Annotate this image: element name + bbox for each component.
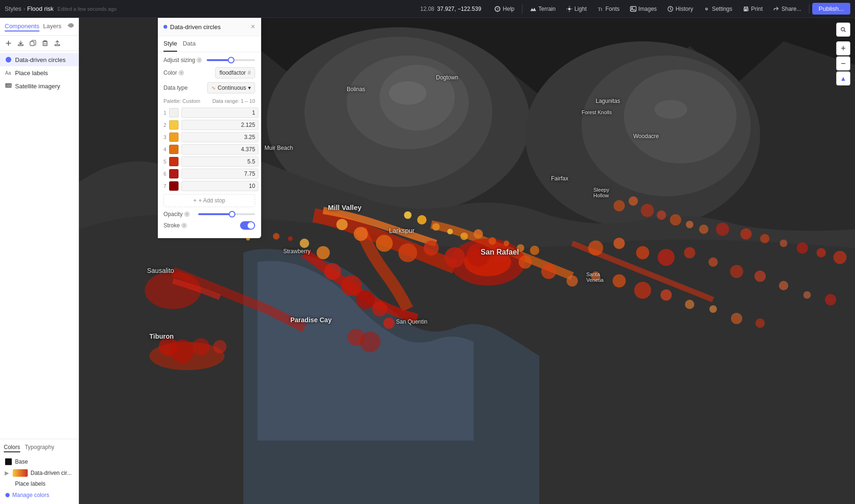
bottom-tab-typography[interactable]: Typography — [25, 443, 54, 452]
breadcrumb-edited: Edited a few seconds ago — [57, 6, 117, 12]
share-button[interactable]: Share... — [768, 4, 806, 14]
opacity-info-icon[interactable]: ? — [184, 211, 190, 217]
color-entry-data-driven[interactable]: ▶ Data-driven cir... — [4, 467, 75, 479]
breadcrumb-parent[interactable]: Styles — [5, 5, 21, 12]
stop-swatch-5[interactable] — [169, 157, 179, 166]
svg-point-101 — [213, 340, 226, 353]
color-field[interactable]: floodfactor # — [215, 67, 255, 78]
map-area[interactable]: Bolinas Dogtown Lagunitas Forest Knolls … — [79, 18, 855, 504]
opacity-slider[interactable] — [198, 213, 255, 215]
fonts-icon: Tt — [597, 6, 604, 12]
color-value: floodfactor — [219, 70, 246, 76]
light-button[interactable]: Light — [561, 4, 591, 14]
upload-button[interactable] — [53, 39, 62, 48]
svg-point-80 — [489, 237, 496, 245]
delete-button[interactable] — [40, 39, 50, 48]
layer-item-data-driven-circles[interactable]: Data-driven circles — [0, 53, 78, 66]
svg-text:Tt: Tt — [598, 7, 602, 12]
panel-close-button[interactable]: × — [251, 23, 255, 31]
svg-point-41 — [424, 240, 439, 256]
duplicate-button[interactable] — [28, 39, 38, 48]
terrain-button[interactable]: Terrain — [525, 4, 560, 14]
svg-point-69 — [730, 265, 743, 278]
settings-button[interactable]: Settings — [699, 4, 737, 14]
svg-point-99 — [171, 340, 194, 363]
data-type-dropdown[interactable]: ∿ Continuous ▾ — [207, 82, 255, 93]
layer-item-satellite-imagery[interactable]: Satellite imagery — [0, 79, 78, 93]
compass-button[interactable]: ▲ — [836, 71, 850, 85]
manage-colors-button[interactable]: Manage colors — [4, 490, 75, 500]
color-swatch-base — [5, 458, 12, 465]
color-label-base: Base — [15, 458, 28, 465]
nav-separator — [522, 4, 522, 14]
stop-value-5[interactable] — [181, 156, 258, 167]
layer-item-place-labels[interactable]: Aa Place labels — [0, 66, 78, 79]
images-button[interactable]: Images — [625, 4, 661, 14]
import-button[interactable] — [16, 39, 25, 48]
data-type-icon: ∿ — [211, 85, 216, 91]
svg-point-48 — [591, 271, 600, 281]
sizing-slider[interactable] — [207, 59, 255, 61]
svg-point-57 — [317, 246, 330, 259]
svg-point-89 — [686, 221, 693, 228]
history-button[interactable]: History — [662, 4, 698, 14]
add-stop-button[interactable]: + + Add stop — [163, 194, 255, 207]
stroke-info-icon[interactable]: ? — [181, 223, 187, 228]
stop-value-2[interactable] — [181, 120, 258, 130]
stop-value-4[interactable] — [181, 144, 258, 155]
bottom-tab-colors[interactable]: Colors — [4, 443, 20, 452]
map-coords: 37.927, −122.539 — [437, 6, 482, 12]
color-entry-place-labels[interactable]: Place labels — [4, 479, 75, 489]
svg-rect-17 — [55, 45, 60, 46]
tab-components[interactable]: Components — [5, 22, 39, 31]
svg-point-37 — [336, 219, 348, 230]
stop-value-7[interactable] — [181, 181, 258, 191]
sidebar-tabs: Components Layers — [0, 18, 78, 36]
color-stop-3: 3 — [163, 132, 255, 142]
stop-swatch-4[interactable] — [169, 145, 179, 154]
svg-point-31 — [389, 81, 427, 105]
top-navigation: Styles › Flood risk Edited a few seconds… — [0, 0, 855, 18]
light-label: Light — [575, 6, 587, 12]
color-stop-6: 6 — [163, 169, 255, 179]
gradient-swatch-data-driven — [13, 469, 28, 477]
stop-swatch-2[interactable] — [169, 120, 179, 130]
stroke-toggle[interactable] — [240, 221, 255, 230]
fonts-label: Fonts — [606, 6, 620, 12]
history-icon — [667, 6, 674, 12]
tab-data[interactable]: Data — [183, 36, 195, 52]
zoom-in-button[interactable]: + — [836, 41, 850, 55]
svg-point-42 — [444, 247, 465, 268]
svg-point-43 — [466, 243, 490, 267]
help-button[interactable]: ? Help — [490, 4, 519, 14]
map-search-button[interactable] — [836, 23, 850, 37]
stop-value-6[interactable] — [181, 169, 258, 179]
svg-point-32 — [654, 100, 687, 119]
panel-title: Data-driven circles — [170, 23, 248, 31]
svg-point-92 — [740, 228, 752, 240]
svg-point-66 — [658, 249, 675, 266]
stop-value-1[interactable] — [181, 108, 258, 118]
stop-swatch-3[interactable] — [169, 132, 179, 142]
share-icon — [773, 6, 779, 12]
stop-swatch-7[interactable] — [169, 181, 179, 191]
svg-point-18 — [6, 57, 11, 62]
zoom-out-button[interactable]: − — [836, 56, 850, 70]
add-layer-button[interactable] — [4, 39, 13, 48]
color-info-icon[interactable]: ? — [179, 70, 184, 76]
tab-layers[interactable]: Layers — [43, 22, 62, 31]
stop-swatch-6[interactable] — [169, 169, 179, 178]
fonts-button[interactable]: Tt Fonts — [592, 4, 624, 14]
sidebar-actions — [0, 36, 78, 51]
print-icon — [743, 6, 749, 12]
sizing-info-icon[interactable]: ? — [196, 57, 202, 63]
stop-value-3[interactable] — [181, 132, 258, 142]
svg-point-70 — [754, 271, 766, 282]
tab-style[interactable]: Style — [163, 36, 177, 52]
stop-swatch-1[interactable] — [169, 108, 179, 117]
sidebar-gear-icon[interactable] — [67, 23, 74, 31]
color-entry-base[interactable]: Base — [4, 456, 75, 467]
print-button[interactable]: Print — [738, 4, 768, 14]
history-label: History — [676, 6, 693, 12]
publish-button[interactable]: Publish... — [812, 3, 850, 15]
